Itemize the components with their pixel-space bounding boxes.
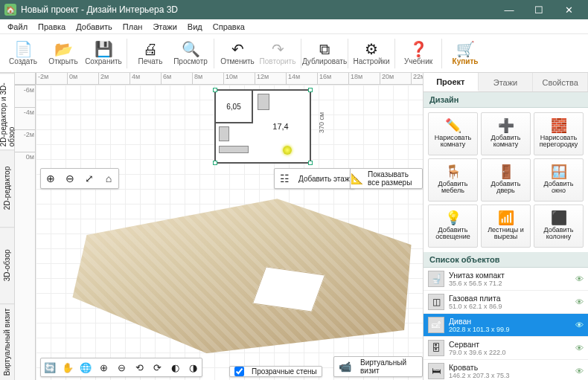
zoomout3d-button[interactable]: ⊖ xyxy=(112,358,130,376)
object-row-2[interactable]: 🛋 Диван202.8 x 101.3 x 99.9 👁 xyxy=(424,314,588,337)
buy-button[interactable]: 🛒Купить xyxy=(445,36,485,71)
vruler-tick: -4м xyxy=(15,107,36,117)
object-thumb: 🗄 xyxy=(428,340,444,356)
objects-header: Список объектов xyxy=(424,252,588,268)
left-tabs: 2D-редактор и 3D-обзор2D-редактор3D-обзо… xyxy=(0,73,15,380)
object-row-4[interactable]: 🛏 Кровать146.2 x 207.3 x 75.3 👁 xyxy=(424,360,588,380)
print-button[interactable]: 🖨Печать xyxy=(130,36,170,71)
home-button[interactable]: ⌂ xyxy=(99,169,118,188)
object-row-0[interactable]: 🚽 Унитаз компакт35.6 x 56.5 x 71.2 👁 xyxy=(424,268,588,291)
object-row-1[interactable]: ◫ Газовая плита51.0 x 62.1 x 86.9 👁 xyxy=(424,291,588,314)
room-small[interactable]: 6,05 xyxy=(216,91,253,123)
menu-план[interactable]: План xyxy=(118,21,147,33)
left-tab-1[interactable]: 2D-редактор xyxy=(0,149,14,226)
visibility-icon[interactable]: 👁 xyxy=(575,321,584,329)
transparent-walls-checkbox[interactable] xyxy=(234,367,244,376)
left-tab-0[interactable]: 2D-редактор и 3D-обзор xyxy=(0,73,14,149)
add-floor-button[interactable]: ☷ Добавить этаж xyxy=(274,168,355,189)
vruler-tick: -2м xyxy=(15,129,36,139)
settings-icon: ⚙ xyxy=(365,42,378,57)
camera-marker[interactable] xyxy=(283,146,292,155)
tool-icon: ⬛ xyxy=(551,211,567,225)
rotate360-button[interactable]: 🔄 xyxy=(41,358,59,376)
tool-card-0[interactable]: ✏️Нарисовать комнату xyxy=(428,112,478,155)
tilt-down-button[interactable]: ⟳ xyxy=(148,358,166,376)
close-button[interactable]: ✕ xyxy=(554,0,584,19)
right-tab-Этажи[interactable]: Этажи xyxy=(479,73,534,91)
orbit-button[interactable]: 🌐 xyxy=(77,358,95,376)
create-button[interactable]: 📄Создать xyxy=(3,36,43,71)
show-dimensions-toggle[interactable]: 📐 Показывать все размеры xyxy=(350,168,423,189)
visibility-icon[interactable]: 👁 xyxy=(575,297,584,306)
stage[interactable]: 6,05 17,4 370 см ⊕ xyxy=(36,85,423,380)
textbook-button[interactable]: ❓Учебник xyxy=(398,36,438,71)
fit-button[interactable]: ⤢ xyxy=(80,169,99,188)
save-button[interactable]: 💾Сохранить xyxy=(83,36,124,71)
tool-card-5[interactable]: 🪟Добавить окно xyxy=(534,158,584,202)
furn-item[interactable] xyxy=(219,126,229,141)
save-icon: 💾 xyxy=(95,42,113,57)
menu-добавить[interactable]: Добавить xyxy=(71,21,117,33)
pan-button[interactable]: ✋ xyxy=(59,358,77,376)
hruler-tick: 16м xyxy=(317,73,331,85)
tool-grid: ✏️Нарисовать комнату➕Добавить комнату🧱На… xyxy=(424,108,588,252)
hruler-tick: 20м xyxy=(380,73,394,85)
tool-icon: 💡 xyxy=(445,211,461,225)
furn-item[interactable] xyxy=(258,94,269,110)
right-tab-Проект[interactable]: Проект xyxy=(424,73,479,91)
open-button[interactable]: 📂Открыть xyxy=(43,36,83,71)
hruler-tick: 14м xyxy=(286,73,300,85)
tool-card-8[interactable]: ⬛Добавить колонну xyxy=(534,205,584,248)
menubar: ФайлПравкаДобавитьПланЭтажиВидСправка xyxy=(0,19,588,34)
visibility-icon[interactable]: 👁 xyxy=(575,367,584,376)
maximize-button[interactable]: ☐ xyxy=(524,0,554,19)
visibility-icon[interactable]: 👁 xyxy=(575,344,584,352)
zoomin3d-button[interactable]: ⊕ xyxy=(95,358,112,376)
main-toolbar: 📄Создать📂Открыть💾Сохранить🖨Печать🔍Просмо… xyxy=(0,34,588,73)
menu-файл[interactable]: Файл xyxy=(3,21,32,33)
menu-этажи[interactable]: Этажи xyxy=(148,21,181,33)
virtual-visit-button[interactable]: 📹 Виртуальный визит xyxy=(333,356,423,377)
tool-icon: 🚪 xyxy=(498,165,514,179)
dimension-label: 370 см xyxy=(318,112,325,133)
menu-вид[interactable]: Вид xyxy=(183,21,207,33)
tool-icon: 🧱 xyxy=(551,119,567,133)
menu-справка[interactable]: Справка xyxy=(208,21,249,33)
create-icon: 📄 xyxy=(14,42,33,57)
left-tab-3[interactable]: Виртуальный визит xyxy=(0,303,14,380)
left-tab-2[interactable]: 3D-обзор xyxy=(0,227,14,303)
furn-item[interactable] xyxy=(219,146,249,153)
tilt-up-button[interactable]: ⟲ xyxy=(130,358,148,376)
open-icon: 📂 xyxy=(54,42,73,57)
tool-card-3[interactable]: 🪑Добавить мебель xyxy=(428,158,478,202)
settings-button[interactable]: ⚙Настройки xyxy=(351,36,392,71)
tool-card-4[interactable]: 🚪Добавить дверь xyxy=(481,158,531,202)
duplicate-button[interactable]: ⧉Дублировать xyxy=(304,36,345,71)
right-tab-Свойства[interactable]: Свойства xyxy=(533,73,588,91)
walls-on-button[interactable]: ◐ xyxy=(166,358,184,376)
view-3d[interactable] xyxy=(65,189,418,353)
hruler-tick: 22м xyxy=(411,73,423,85)
vruler-tick: 0м xyxy=(15,152,36,161)
tool-card-7[interactable]: 📶Лестницы и вырезы xyxy=(481,205,531,248)
menu-правка[interactable]: Правка xyxy=(33,21,70,33)
visibility-icon[interactable]: 👁 xyxy=(575,274,584,283)
floorplan-2d[interactable]: 6,05 17,4 370 см xyxy=(214,89,311,164)
room-hall[interactable] xyxy=(216,123,253,164)
tool-card-1[interactable]: ➕Добавить комнату xyxy=(481,112,531,155)
object-row-3[interactable]: 🗄 Сервант79.0 x 39.6 x 222.0 👁 xyxy=(424,337,588,360)
view3d-toolbar: 🔄 ✋ 🌐 ⊕ ⊖ ⟲ ⟳ ◐ ◑ xyxy=(40,358,202,377)
preview-button[interactable]: 🔍Просмотр xyxy=(170,36,211,71)
zoom-toolbar: ⊕ ⊖ ⤢ ⌂ xyxy=(40,168,119,189)
tool-card-6[interactable]: 💡Добавить освещение xyxy=(428,205,478,248)
walls-off-button[interactable]: ◑ xyxy=(184,358,202,376)
zoom-out-button[interactable]: ⊖ xyxy=(60,169,80,188)
zoom-in-button[interactable]: ⊕ xyxy=(41,169,60,188)
tool-card-2[interactable]: 🧱Нарисовать перегородку xyxy=(534,112,584,155)
hruler-tick: -2м xyxy=(36,73,48,85)
camera-icon: 📹 xyxy=(334,357,356,376)
minimize-button[interactable]: — xyxy=(494,0,524,19)
transparent-walls-toggle[interactable]: Прозрачные стены xyxy=(229,366,322,377)
undo-button[interactable]: ↶Отменить xyxy=(217,36,258,71)
tool-icon: 🪑 xyxy=(445,165,461,179)
